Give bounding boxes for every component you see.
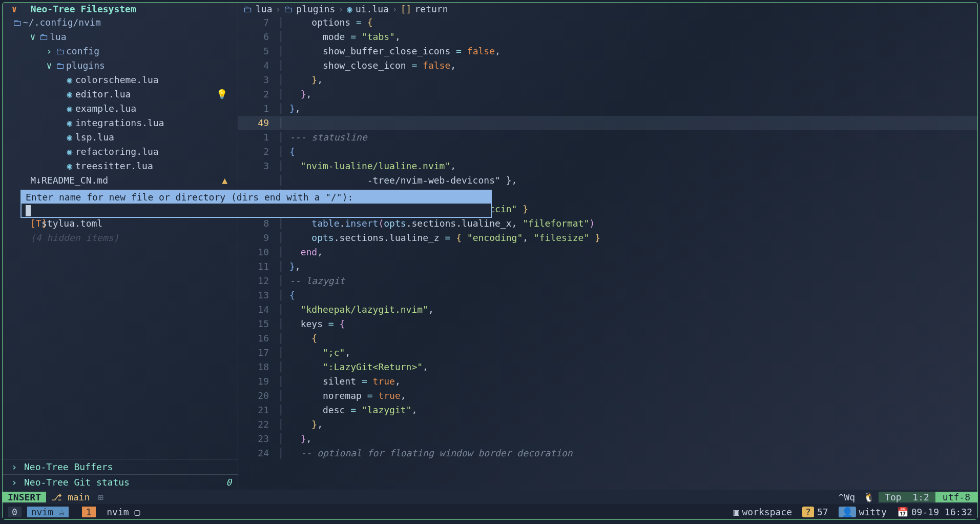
code-line[interactable]: 1│}, — [238, 102, 977, 116]
fold-column[interactable]: │ — [278, 417, 289, 432]
fold-column[interactable]: │ — [278, 389, 289, 403]
branch-icon: ⎇ — [51, 492, 62, 502]
fold-column[interactable]: │ — [278, 102, 289, 116]
code-line[interactable]: 11│}, — [238, 259, 977, 274]
tree-dir-config[interactable]: › 🗀 config — [3, 44, 238, 58]
tree-file[interactable]: M↓ README_CN.md ▲ — [3, 173, 238, 188]
fold-column[interactable]: │ — [278, 374, 289, 389]
tree-root[interactable]: 🗀 ~/.config/nvim — [3, 15, 238, 30]
tree-file[interactable]: [T] stylua.toml — [3, 216, 238, 231]
hidden-items-note: (4 hidden items) — [3, 231, 238, 245]
code-line[interactable]: 24│ -- optional for floating window bord… — [238, 446, 977, 460]
code-line[interactable]: 8│ table.insert(opts.sections.lualine_x,… — [238, 216, 977, 231]
fold-column[interactable]: │ — [278, 303, 289, 317]
code-line[interactable]: │ -tree/nvim-web-devicons" }, — [238, 173, 977, 188]
line-number: 10 — [238, 245, 278, 259]
fold-column[interactable]: │ — [278, 58, 289, 73]
code-line[interactable]: 7│ options = { — [238, 15, 977, 30]
code-line[interactable]: 4│ show_close_icon = false, — [238, 58, 977, 73]
lua-icon: ◉ — [64, 130, 75, 145]
fold-column[interactable]: │ — [278, 274, 289, 288]
tree-file[interactable]: ◉refactoring.lua — [3, 145, 238, 159]
code-line[interactable]: 19│ silent = true, — [238, 374, 977, 389]
code-line[interactable]: 23│ }, — [238, 432, 977, 446]
code-line[interactable]: 17│ ";c", — [238, 346, 977, 360]
fold-column[interactable]: │ — [278, 231, 289, 245]
fold-column[interactable]: │ — [278, 245, 289, 259]
tree-title-text: Neo-Tree Filesystem — [31, 4, 136, 14]
crumb[interactable]: ui.lua — [356, 4, 389, 14]
tree-file[interactable]: ◉integrations.lua — [3, 116, 238, 130]
code-line[interactable]: 13│{ — [238, 288, 977, 303]
fold-column[interactable]: │ — [278, 159, 289, 173]
tree-dir-plugins[interactable]: ∨ 🗀 plugins — [3, 58, 238, 73]
fold-column[interactable]: │ — [278, 130, 289, 145]
folder-icon: 🗀 — [12, 15, 23, 30]
tree-file[interactable]: ◉treesitter.lua — [3, 159, 238, 173]
code-line[interactable]: 5│ show_buffer_close_icons = false, — [238, 44, 977, 58]
fold-column[interactable]: │ — [278, 145, 289, 159]
fold-column[interactable]: │ — [278, 403, 289, 417]
tree-file[interactable]: ◉editor.lua💡 — [3, 87, 238, 102]
file-tree-sidebar: ∨ Neo-Tree Filesystem 🗀 ~/.config/nvim ∨… — [3, 3, 238, 490]
fold-column[interactable]: │ — [278, 288, 289, 303]
tree-file[interactable]: ◉example.lua — [3, 102, 238, 116]
folder-icon: 🗀 — [55, 44, 66, 58]
code-line[interactable]: 22│ }, — [238, 417, 977, 432]
workspace-indicator: ▣ workspace — [728, 507, 797, 517]
tree-file[interactable]: ◉lsp.lua — [3, 130, 238, 145]
code-line[interactable]: 6│ mode = "tabs", — [238, 30, 977, 44]
breadcrumb[interactable]: 🗀 lua › 🗀 plugins › ◉ ui.lua › [] return — [238, 3, 977, 15]
crumb[interactable]: lua — [256, 4, 273, 14]
tree-file[interactable]: ◉colorscheme.lua — [3, 73, 238, 87]
fold-column[interactable]: │ — [278, 73, 289, 87]
code-line[interactable]: 14│ "kdheepak/lazygit.nvim", — [238, 303, 977, 317]
fold-column[interactable]: │ — [278, 432, 289, 446]
tmux-window[interactable]: 1 nvim ▢ — [74, 507, 145, 517]
code-line[interactable]: 21│ desc = "lazygit", — [238, 403, 977, 417]
lua-icon: ◉ — [64, 145, 75, 159]
fold-column[interactable]: │ — [278, 346, 289, 360]
code-line[interactable]: 9│ opts.sections.lualine_z = { "encoding… — [238, 231, 977, 245]
tmux-window[interactable]: 0 nvim ☕ — [3, 507, 74, 517]
prompt-title: Enter name for new file or directory (di… — [22, 191, 491, 204]
fold-column[interactable]: │ — [278, 216, 289, 231]
code-line[interactable]: 10│ end, — [238, 245, 977, 259]
code-line[interactable]: 18│ ":LazyGit<Return>", — [238, 360, 977, 374]
code-line[interactable]: 12│-- lazygit — [238, 274, 977, 288]
fold-column[interactable]: │ — [278, 446, 289, 460]
crumb[interactable]: return — [414, 4, 448, 14]
new-file-prompt: Enter name for new file or directory (di… — [20, 190, 492, 218]
prompt-input[interactable] — [22, 204, 491, 217]
git-section[interactable]: › Neo-Tree Git status 0 — [3, 474, 238, 490]
code-line[interactable]: 20│ noremap = true, — [238, 389, 977, 403]
code-line[interactable]: 2│{ — [238, 145, 977, 159]
tree-dir-lua[interactable]: ∨ 🗀 lua — [3, 30, 238, 44]
fold-column[interactable]: │ — [278, 87, 289, 102]
fold-column[interactable]: │ — [278, 44, 289, 58]
keymap-hint: ^Wq — [835, 492, 860, 502]
code-line[interactable]: 1│--- statusline — [238, 130, 977, 145]
code-line[interactable]: 16│ { — [238, 331, 977, 346]
code-editor[interactable]: 7│ options = {6│ mode = "tabs",5│ show_b… — [238, 15, 977, 490]
crumb[interactable]: plugins — [296, 4, 335, 14]
code-line[interactable]: 2│ }, — [238, 87, 977, 102]
fold-column[interactable]: │ — [278, 360, 289, 374]
line-number: 17 — [238, 346, 278, 360]
line-number: 2 — [238, 145, 278, 159]
fold-column[interactable]: │ — [278, 259, 289, 274]
code-line[interactable]: 3│ "nvim-lualine/lualine.nvim", — [238, 159, 977, 173]
code-line[interactable]: 49│ — [238, 116, 977, 130]
fold-column[interactable]: │ — [278, 331, 289, 346]
fold-column[interactable]: │ — [278, 317, 289, 331]
code-line[interactable]: 15│ keys = { — [238, 317, 977, 331]
buffers-section[interactable]: › Neo-Tree Buffers — [3, 459, 238, 474]
fold-column[interactable]: │ — [278, 116, 289, 130]
fold-column[interactable]: │ — [278, 15, 289, 30]
code-line[interactable]: 3│ }, — [238, 73, 977, 87]
file-label: editor.lua — [75, 87, 131, 102]
lua-icon: ◉ — [64, 159, 75, 173]
fold-column[interactable]: │ — [278, 30, 289, 44]
fold-column[interactable]: │ — [278, 173, 289, 188]
git-count: 0 — [226, 477, 232, 488]
